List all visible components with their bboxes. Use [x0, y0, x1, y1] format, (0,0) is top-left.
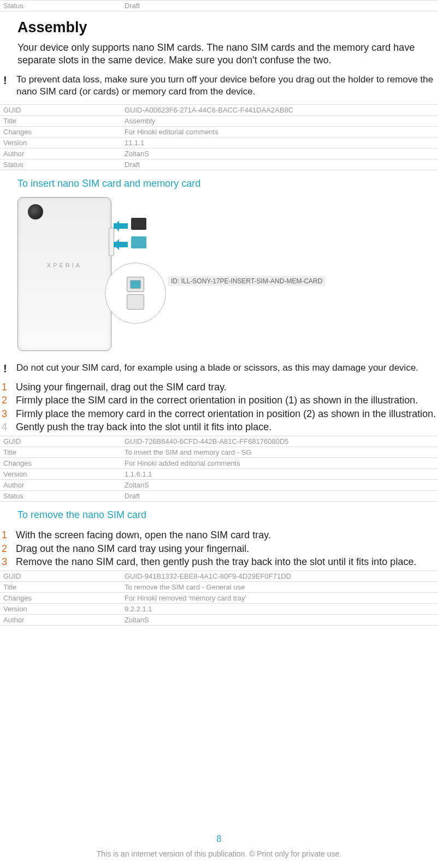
sim-card-icon: [131, 236, 146, 248]
meta-key: Changes: [0, 126, 121, 137]
steps-insert: 1Using your fingernail, drag out the SIM…: [0, 381, 438, 433]
content-block: Assembly Your device only supports nano …: [0, 19, 438, 67]
phone-brand-label: XPERIA: [18, 262, 111, 269]
meta-value: Draft: [121, 491, 438, 502]
meta-value: For Hinoki added editorial comments: [121, 458, 438, 469]
meta-key: Status: [0, 491, 121, 502]
meta-value: For Hinoki editorial comments: [121, 126, 438, 137]
step-number: 2: [0, 542, 16, 555]
list-item: 2Drag out the nano SIM card tray using y…: [0, 542, 438, 555]
table-row: Version1.1.6.1.1: [0, 469, 438, 480]
table-row: TitleTo remove the SIM card - General us…: [0, 582, 438, 593]
meta-value: ZoltanS: [121, 480, 438, 491]
meta-key: Title: [0, 447, 121, 458]
page: Status Draft Assembly Your device only s…: [0, 0, 438, 868]
footer-note: This is an internet version of this publ…: [0, 849, 438, 858]
meta-value: Assembly: [121, 115, 438, 126]
table-row: Version9.2.2.1.1: [0, 604, 438, 615]
meta-key: GUID: [0, 571, 121, 582]
tray-slot1-icon: [127, 277, 144, 292]
table-row: ChangesFor Hinoki added editorial commen…: [0, 458, 438, 469]
illustration-insert-sim: XPERIA ID: ILL-SONY-17PE-INSERT-SIM-AND-…: [17, 197, 247, 355]
note-text: To prevent data loss, make sure you turn…: [16, 74, 438, 98]
content-block: To insert nano SIM card and memory card …: [0, 178, 438, 355]
note-text: Do not cut your SIM card, for example us…: [16, 362, 418, 374]
meta-value: To insert the SIM and memory card - SG: [121, 447, 438, 458]
step-text: With the screen facing down, open the na…: [16, 528, 438, 542]
list-item: 4Gently push the tray back into the slot…: [0, 420, 438, 433]
meta-table-insert: GUIDGUID-726B6440-6CFD-442B-A81C-FF68176…: [0, 436, 438, 502]
table-row: TitleAssembly: [0, 115, 438, 126]
table-row: Version11.1.1: [0, 137, 438, 148]
meta-key: Author: [0, 148, 121, 159]
meta-key: Status: [0, 1, 121, 11]
meta-key: Author: [0, 615, 121, 626]
list-item: 2Firmly place the SIM card in the correc…: [0, 394, 438, 407]
zoom-circle-icon: [105, 263, 166, 324]
step-text: Firmly place the SIM card in the correct…: [16, 394, 438, 407]
meta-value: Draft: [121, 1, 438, 11]
meta-value: GUID-726B6440-6CFD-442B-A81C-FF68176080D…: [121, 436, 438, 447]
meta-value: ZoltanS: [121, 615, 438, 626]
table-row: GUIDGUID-726B6440-6CFD-442B-A81C-FF68176…: [0, 436, 438, 447]
warning-icon: !: [0, 362, 16, 374]
table-row: GUIDGUID-941B1332-EBE8-4A1C-80F9-4D29EF0…: [0, 571, 438, 582]
table-row: StatusDraft: [0, 159, 438, 170]
meta-value: 9.2.2.1.1: [121, 604, 438, 615]
step-text: Using your fingernail, drag out the SIM …: [16, 381, 438, 394]
meta-value: GUID-941B1332-EBE8-4A1C-80F9-4D29EF0F71D…: [121, 571, 438, 582]
table-row: AuthorZoltanS: [0, 480, 438, 491]
step-text: Remove the nano SIM card, then gently pu…: [16, 555, 438, 568]
list-item: 3Firmly place the memory card in the cor…: [0, 407, 438, 420]
subheading-insert: To insert nano SIM card and memory card: [17, 178, 438, 189]
meta-key: GUID: [0, 104, 121, 115]
meta-key: Version: [0, 604, 121, 615]
note-cutcard: ! Do not cut your SIM card, for example …: [0, 362, 438, 374]
table-row: AuthorZoltanS: [0, 148, 438, 159]
arrow-icon: [114, 223, 128, 229]
list-item: 3Remove the nano SIM card, then gently p…: [0, 555, 438, 568]
step-number: 1: [0, 381, 16, 394]
table-row: GUIDGUID-A00623F6-271A-44C6-BACC-F441DAA…: [0, 104, 438, 115]
step-number: 4: [0, 420, 16, 433]
meta-key: Title: [0, 115, 121, 126]
meta-key: Changes: [0, 593, 121, 604]
meta-value: 11.1.1: [121, 137, 438, 148]
note-dataloss: ! To prevent data loss, make sure you tu…: [0, 74, 438, 98]
meta-value: ZoltanS: [121, 148, 438, 159]
arrow-icon: [114, 242, 128, 247]
tray-slot2-icon: [127, 294, 144, 310]
step-text: Gently push the tray back into the slot …: [16, 420, 438, 433]
intro-paragraph: Your device only supports nano SIM cards…: [17, 41, 438, 67]
meta-table-remove: GUIDGUID-941B1332-EBE8-4A1C-80F9-4D29EF0…: [0, 570, 438, 626]
step-text: Drag out the nano SIM card tray using yo…: [16, 542, 438, 555]
meta-key: Status: [0, 159, 121, 170]
meta-value: For Hinoki removed 'memory card tray': [121, 593, 438, 604]
list-item: 1Using your fingernail, drag out the SIM…: [0, 381, 438, 394]
section-title: Assembly: [17, 19, 438, 36]
subheading-remove: To remove the nano SIM card: [17, 509, 438, 521]
meta-table-top: Status Draft: [0, 0, 438, 11]
step-number: 2: [0, 394, 16, 407]
step-number: 3: [0, 407, 16, 420]
step-number: 1: [0, 528, 16, 542]
meta-key: GUID: [0, 436, 121, 447]
phone-body-icon: XPERIA: [17, 197, 111, 351]
meta-value: Draft: [121, 159, 438, 170]
step-text: Firmly place the memory card in the corr…: [16, 407, 438, 420]
steps-remove: 1With the screen facing down, open the n…: [0, 528, 438, 568]
content-block: To remove the nano SIM card: [0, 509, 438, 521]
table-row: StatusDraft: [0, 491, 438, 502]
meta-key: Changes: [0, 458, 121, 469]
meta-value: To remove the SIM card - General use: [121, 582, 438, 593]
table-row: ChangesFor Hinoki editorial comments: [0, 126, 438, 137]
table-row: AuthorZoltanS: [0, 615, 438, 626]
meta-table-assembly: GUIDGUID-A00623F6-271A-44C6-BACC-F441DAA…: [0, 104, 438, 170]
table-row: Status Draft: [0, 1, 438, 11]
meta-value: 1.1.6.1.1: [121, 469, 438, 480]
camera-icon: [28, 204, 43, 219]
meta-key: Version: [0, 137, 121, 148]
page-number: 8: [0, 834, 438, 844]
meta-value: GUID-A00623F6-271A-44C6-BACC-F441DAA2AB8…: [121, 104, 438, 115]
table-row: ChangesFor Hinoki removed 'memory card t…: [0, 593, 438, 604]
